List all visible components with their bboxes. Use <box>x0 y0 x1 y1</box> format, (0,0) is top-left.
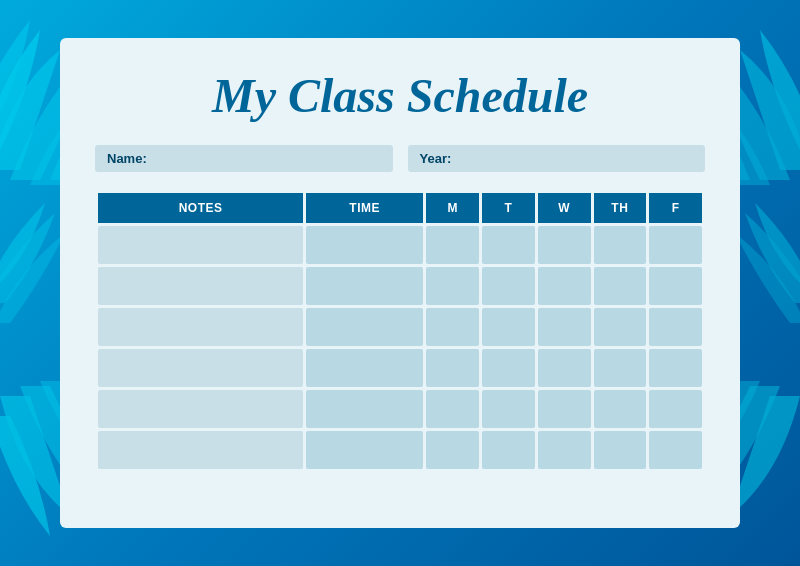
year-input[interactable] <box>451 151 693 166</box>
notes-cell[interactable] <box>98 308 303 346</box>
header-f: F <box>649 193 702 223</box>
day-cell-f[interactable] <box>649 390 702 428</box>
day-cell-f[interactable] <box>649 308 702 346</box>
day-cell-w[interactable] <box>538 431 591 469</box>
header-notes: NOTES <box>98 193 303 223</box>
table-row <box>98 308 702 346</box>
year-field-box: Year: <box>408 145 706 172</box>
table-row <box>98 226 702 264</box>
header-w: W <box>538 193 591 223</box>
day-cell-t[interactable] <box>482 308 535 346</box>
time-cell[interactable] <box>306 390 423 428</box>
day-cell-m[interactable] <box>426 267 479 305</box>
time-cell[interactable] <box>306 349 423 387</box>
day-cell-th[interactable] <box>594 349 647 387</box>
day-cell-t[interactable] <box>482 267 535 305</box>
name-input[interactable] <box>147 151 381 166</box>
day-cell-w[interactable] <box>538 267 591 305</box>
name-field-box: Name: <box>95 145 393 172</box>
table-row <box>98 390 702 428</box>
year-label: Year: <box>420 151 452 166</box>
day-cell-m[interactable] <box>426 308 479 346</box>
schedule-table: NOTES TIME M T W TH F <box>95 190 705 472</box>
time-cell[interactable] <box>306 431 423 469</box>
day-cell-t[interactable] <box>482 390 535 428</box>
day-cell-th[interactable] <box>594 267 647 305</box>
day-cell-f[interactable] <box>649 431 702 469</box>
day-cell-w[interactable] <box>538 349 591 387</box>
day-cell-t[interactable] <box>482 349 535 387</box>
table-header-row: NOTES TIME M T W TH F <box>98 193 702 223</box>
day-cell-w[interactable] <box>538 308 591 346</box>
notes-cell[interactable] <box>98 349 303 387</box>
day-cell-m[interactable] <box>426 390 479 428</box>
day-cell-w[interactable] <box>538 226 591 264</box>
day-cell-m[interactable] <box>426 349 479 387</box>
day-cell-f[interactable] <box>649 226 702 264</box>
day-cell-f[interactable] <box>649 349 702 387</box>
day-cell-th[interactable] <box>594 390 647 428</box>
header-time: TIME <box>306 193 423 223</box>
name-label: Name: <box>107 151 147 166</box>
schedule-card: My Class Schedule Name: Year: NOTES TIME… <box>60 38 740 528</box>
notes-cell[interactable] <box>98 226 303 264</box>
day-cell-w[interactable] <box>538 390 591 428</box>
fields-row: Name: Year: <box>95 145 705 172</box>
table-row <box>98 431 702 469</box>
day-cell-m[interactable] <box>426 226 479 264</box>
notes-cell[interactable] <box>98 431 303 469</box>
day-cell-th[interactable] <box>594 431 647 469</box>
page-title: My Class Schedule <box>95 68 705 123</box>
notes-cell[interactable] <box>98 267 303 305</box>
day-cell-t[interactable] <box>482 226 535 264</box>
day-cell-t[interactable] <box>482 431 535 469</box>
time-cell[interactable] <box>306 308 423 346</box>
day-cell-th[interactable] <box>594 226 647 264</box>
table-body <box>98 226 702 469</box>
notes-cell[interactable] <box>98 390 303 428</box>
header-t: T <box>482 193 535 223</box>
time-cell[interactable] <box>306 226 423 264</box>
day-cell-f[interactable] <box>649 267 702 305</box>
table-row <box>98 349 702 387</box>
header-th: TH <box>594 193 647 223</box>
time-cell[interactable] <box>306 267 423 305</box>
table-row <box>98 267 702 305</box>
header-m: M <box>426 193 479 223</box>
day-cell-th[interactable] <box>594 308 647 346</box>
day-cell-m[interactable] <box>426 431 479 469</box>
